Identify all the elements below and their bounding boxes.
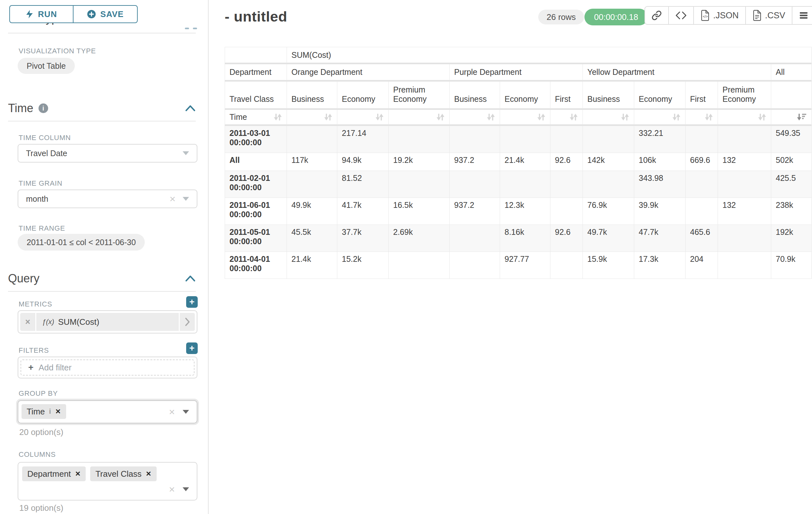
- clear-icon[interactable]: ×: [169, 407, 175, 417]
- pivot-value-cell: 45.5k: [287, 225, 337, 252]
- remove-chip-icon[interactable]: ✕: [146, 470, 151, 478]
- metrics-label: METRICS: [19, 300, 52, 308]
- chevron-right-icon[interactable]: [179, 313, 195, 331]
- add-filter-button[interactable]: + Add filter: [21, 359, 195, 376]
- row-count-badge: 26 rows: [538, 10, 584, 24]
- sort-button[interactable]: [537, 113, 546, 121]
- pivot-table: SUM(Cost)DepartmentOrange DepartmentPurp…: [225, 47, 812, 279]
- sort-button[interactable]: [797, 113, 807, 121]
- remove-chip-icon[interactable]: ✕: [75, 470, 81, 478]
- sort-button[interactable]: [621, 113, 629, 121]
- fx-icon: ƒ(x): [42, 318, 54, 326]
- pivot-data-row: 2011-05-01 00:00:0045.5k37.7k2.69k8.16k9…: [225, 225, 812, 252]
- share-link-button[interactable]: [645, 7, 668, 24]
- time-range-label: TIME RANGE: [19, 224, 65, 233]
- group-by-select[interactable]: Timei✕ ×: [18, 400, 197, 424]
- sort-button[interactable]: [704, 113, 713, 121]
- pivot-value-cell: [550, 252, 583, 279]
- pivot-value-cell: [550, 198, 583, 225]
- pivot-row-dim-header: Time: [225, 110, 287, 126]
- selected-chip[interactable]: Travel Class✕: [90, 466, 156, 481]
- chart-title[interactable]: - untitled: [225, 8, 287, 25]
- caret-down-icon: [183, 151, 189, 155]
- pivot-row-header: 2011-06-01 00:00:00: [225, 198, 287, 225]
- run-button[interactable]: RUN: [9, 5, 73, 23]
- pivot-metric-header: SUM(Cost): [287, 47, 812, 64]
- pivot-value-cell: 17.3k: [634, 252, 686, 279]
- time-grain-select[interactable]: month ×: [18, 190, 197, 208]
- selected-chip[interactable]: Timei✕: [22, 404, 66, 419]
- pivot-class-header: First: [686, 82, 718, 110]
- time-column-select[interactable]: Travel Date: [18, 144, 197, 163]
- row-dim-label: Time: [230, 112, 247, 122]
- export-csv-button[interactable]: .CSV: [745, 7, 792, 24]
- save-button[interactable]: SAVE: [73, 5, 138, 23]
- sort-button[interactable]: [672, 113, 681, 121]
- time-column-value: Travel Date: [26, 149, 67, 158]
- sort-icon: [704, 113, 713, 121]
- export-json-button[interactable]: </> .JSON: [693, 7, 745, 24]
- pivot-value-cell: 238k: [771, 198, 812, 225]
- sort-button[interactable]: [758, 113, 766, 121]
- clear-icon[interactable]: ×: [170, 194, 176, 204]
- pivot-class-header: Premium Economy: [718, 82, 771, 110]
- pivot-group-header: Purple Department: [450, 64, 583, 82]
- pivot-value-cell: [718, 225, 771, 252]
- pivot-value-cell: [686, 198, 718, 225]
- pivot-sort-cell: [718, 110, 771, 126]
- pivot-value-cell: [287, 126, 337, 153]
- pivot-value-cell: 92.6: [550, 153, 583, 171]
- metric-chip[interactable]: × ƒ(x) SUM(Cost): [20, 313, 195, 331]
- plus-icon: +: [28, 362, 33, 373]
- remove-chip-icon[interactable]: ✕: [55, 408, 61, 415]
- pivot-value-cell: 343.98: [634, 171, 686, 198]
- add-filter-plus-button[interactable]: +: [186, 343, 198, 354]
- sort-button[interactable]: [569, 113, 578, 121]
- sort-button[interactable]: [375, 113, 384, 121]
- columns-select[interactable]: Department✕Travel Class✕ ×: [18, 462, 197, 501]
- pivot-value-cell: 47.7k: [634, 225, 686, 252]
- pivot-value-cell: 142k: [583, 153, 634, 171]
- add-metric-button[interactable]: +: [186, 296, 198, 308]
- query-section-header[interactable]: Query: [8, 272, 196, 285]
- pivot-value-cell: 37.7k: [337, 225, 389, 252]
- columns-label: COLUMNS: [19, 451, 56, 459]
- pivot-value-cell: [287, 171, 337, 198]
- caret-down-icon[interactable]: [183, 410, 189, 414]
- pivot-value-cell: [686, 126, 718, 153]
- pivot-value-cell: 669.6: [686, 153, 718, 171]
- pivot-value-cell: 92.6: [550, 225, 583, 252]
- sort-icon: [273, 113, 282, 121]
- remove-metric-icon[interactable]: ×: [20, 313, 36, 331]
- sort-button[interactable]: [273, 113, 282, 121]
- sort-button[interactable]: [487, 113, 495, 121]
- time-section-header[interactable]: Time i: [8, 102, 196, 115]
- pivot-value-cell: 70.9k: [771, 252, 812, 279]
- sort-icon: [569, 113, 578, 121]
- query-timer-badge: 00:00:00.18: [584, 9, 648, 25]
- pivot-value-cell: 15.2k: [337, 252, 389, 279]
- pivot-value-cell: [389, 171, 450, 198]
- pivot-value-cell: 39.9k: [634, 198, 686, 225]
- chevron-up-icon[interactable]: [185, 275, 196, 282]
- viz-type-pill[interactable]: Pivot Table: [18, 58, 75, 74]
- pivot-sort-cell: [634, 110, 686, 126]
- caret-down-icon[interactable]: [183, 487, 189, 491]
- pivot-row-header: 2011-02-01 00:00:00: [225, 171, 287, 198]
- pivot-value-cell: 132: [718, 198, 771, 225]
- clear-icon[interactable]: ×: [169, 484, 175, 494]
- view-query-button[interactable]: [668, 7, 693, 24]
- json-file-icon: </>: [700, 10, 710, 21]
- pivot-group-header: Yellow Department: [583, 64, 771, 82]
- chart-menu-button[interactable]: [792, 7, 812, 24]
- sort-button[interactable]: [436, 113, 445, 121]
- chevron-up-icon[interactable]: [185, 104, 196, 112]
- pivot-sort-cell: [337, 110, 389, 126]
- pivot-class-header: Business: [450, 82, 500, 110]
- pivot-value-cell: [500, 126, 550, 153]
- sort-icon: [375, 113, 384, 121]
- time-grain-value: month: [26, 194, 48, 204]
- time-range-pill[interactable]: 2011-01-01 ≤ col < 2011-06-30: [18, 234, 145, 250]
- selected-chip[interactable]: Department✕: [22, 466, 86, 481]
- sort-button[interactable]: [324, 113, 332, 121]
